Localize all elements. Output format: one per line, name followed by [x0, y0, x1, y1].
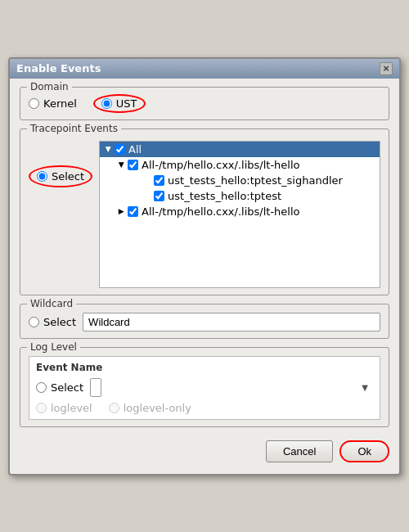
- domain-radio-row: Kernel UST: [29, 94, 380, 113]
- kernel-radio-item[interactable]: Kernel: [29, 97, 77, 110]
- expander-icon[interactable]: [116, 206, 126, 216]
- wildcard-select-label: Select: [43, 316, 76, 328]
- tree-checkbox[interactable]: [154, 191, 164, 201]
- wildcard-select-radio-item[interactable]: Select: [29, 316, 76, 328]
- loglevel-option2-label: loglevel-only: [124, 402, 191, 414]
- tree-item-label: All-/tmp/hello.cxx/.libs/lt-hello: [142, 159, 299, 171]
- loglevel-inner: Event Name Select ▼: [29, 356, 380, 420]
- tree-row[interactable]: ust_tests_hello:tptest: [100, 188, 380, 204]
- loglevel-radio-options-row: loglevel loglevel-only: [36, 402, 373, 414]
- loglevel-only-radio: [109, 403, 119, 413]
- dialog-title: Enable Events: [16, 62, 101, 74]
- tree-item-label: ust_tests_hello:tptest_sighandler: [168, 174, 343, 187]
- wildcard-input[interactable]: [83, 313, 380, 331]
- ust-radio-item[interactable]: UST: [93, 94, 146, 113]
- cancel-button[interactable]: Cancel: [266, 440, 333, 462]
- loglevel-select-radio[interactable]: [36, 382, 47, 393]
- loglevel-option1-label: loglevel: [51, 402, 92, 414]
- wildcard-row: Select: [29, 313, 380, 331]
- close-icon: ×: [382, 63, 389, 74]
- tree-row[interactable]: All-/tmp/hello.cxx/.libs/lt-hello: [100, 204, 380, 219]
- ust-label: UST: [116, 97, 137, 110]
- tracepoint-section-title: Tracepoint Events: [27, 123, 121, 134]
- expander-icon[interactable]: [103, 144, 113, 154]
- loglevel-select-radio-item[interactable]: Select: [36, 381, 83, 394]
- loglevel-radio: [36, 403, 47, 413]
- kernel-label: Kernel: [43, 97, 77, 110]
- expander-icon[interactable]: [116, 160, 126, 169]
- ust-radio[interactable]: [101, 98, 112, 109]
- dialog: Enable Events × Domain Kernel UST Tracep…: [8, 57, 401, 476]
- loglevel-inner-label: Event Name: [36, 362, 373, 373]
- tree-checkbox[interactable]: [128, 206, 138, 217]
- kernel-radio[interactable]: [29, 98, 39, 109]
- loglevel-select-row: Select ▼: [36, 378, 373, 397]
- loglevel-section: Log Level Event Name Select ▼: [20, 347, 389, 427]
- tree-item-label: All: [128, 143, 142, 156]
- ok-button[interactable]: Ok: [339, 440, 389, 462]
- close-button[interactable]: ×: [380, 62, 393, 75]
- chevron-down-icon: ▼: [362, 383, 368, 392]
- button-row: Cancel Ok: [20, 435, 389, 464]
- loglevel-only-option-item: loglevel-only: [109, 402, 191, 414]
- tree-checkbox[interactable]: [154, 175, 164, 186]
- loglevel-dropdown-wrapper: ▼: [90, 378, 373, 397]
- domain-section: Domain Kernel UST: [20, 87, 389, 120]
- domain-section-title: Domain: [27, 81, 72, 92]
- loglevel-select-label: Select: [51, 381, 83, 394]
- tracepoint-select-input[interactable]: [37, 171, 47, 182]
- tree-row[interactable]: All-/tmp/hello.cxx/.libs/lt-hello: [100, 157, 380, 173]
- tree-row[interactable]: All: [100, 142, 380, 157]
- loglevel-option-item: loglevel: [36, 402, 92, 414]
- tracepoint-tree: All All-/tmp/hello.cxx/.libs/lt-hello us…: [99, 141, 380, 288]
- loglevel-dropdown[interactable]: [90, 378, 101, 397]
- tree-item-label: ust_tests_hello:tptest: [168, 190, 281, 202]
- wildcard-section-title: Wildcard: [27, 298, 76, 309]
- dialog-content: Domain Kernel UST Tracepoint Events Sele…: [10, 79, 399, 474]
- wildcard-select-radio[interactable]: [29, 317, 39, 327]
- tracepoint-select-label: Select: [52, 170, 84, 183]
- tree-row[interactable]: ust_tests_hello:tptest_sighandler: [100, 173, 380, 188]
- tree-item-label: All-/tmp/hello.cxx/.libs/lt-hello: [142, 205, 299, 218]
- tracepoint-select-col: Select: [29, 141, 92, 288]
- wildcard-section: Wildcard Select: [20, 304, 389, 339]
- titlebar: Enable Events ×: [10, 59, 399, 79]
- tree-checkbox[interactable]: [115, 144, 125, 155]
- tracepoint-select-radio[interactable]: Select: [29, 165, 92, 187]
- loglevel-section-title: Log Level: [27, 341, 80, 353]
- tracepoint-section: Tracepoint Events Select All: [20, 128, 389, 295]
- tree-checkbox[interactable]: [128, 160, 138, 170]
